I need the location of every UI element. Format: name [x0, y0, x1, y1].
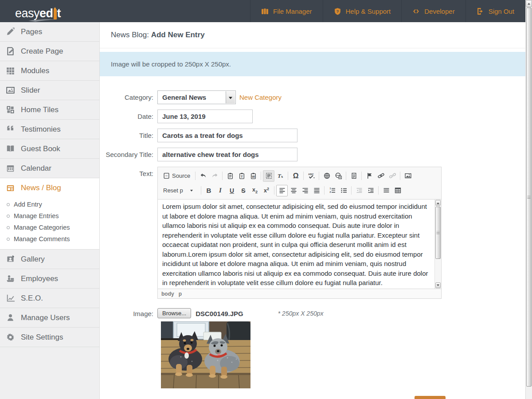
editor-scroll-up-button[interactable] [435, 200, 441, 206]
sidebar-item-slider[interactable]: Slider [0, 81, 99, 100]
dogs-photo [161, 321, 250, 388]
document-button[interactable] [348, 170, 360, 182]
sidebar-item-calendar[interactable]: Calendar [0, 159, 99, 178]
sidebar-item-site-settings[interactable]: Site Settings [0, 328, 99, 347]
scroll-up-button[interactable] [526, 0, 532, 7]
editor-scrollbar-thumb[interactable] [435, 207, 441, 259]
spellcheck-button[interactable]: ABC [305, 170, 317, 182]
bulleted-list-button[interactable] [338, 185, 349, 196]
image-filename: DSC00149.JPG [196, 307, 243, 321]
horizontal-rule-button[interactable] [380, 185, 392, 196]
sidebar-item-pages[interactable]: Pages [0, 22, 99, 42]
editor-content[interactable]: Lorem ipsum dolor sit amet, consectetur … [158, 200, 434, 289]
sidebar-item-home-tiles[interactable]: Home Tiles [0, 100, 99, 120]
paragraph-format-select[interactable]: Reset p [160, 185, 199, 196]
bold-button[interactable]: B [203, 185, 215, 196]
sidebar-item-news-blog[interactable]: News / Blog [0, 178, 99, 198]
toolbar-separator [319, 172, 319, 180]
page-scrollbar-thumb[interactable] [526, 8, 532, 387]
sidebar-item-label: Pages [21, 27, 42, 36]
bullet-circle-icon [7, 226, 10, 229]
nav-item-file-manager[interactable]: File Manager [250, 0, 323, 22]
pencil-icon [6, 27, 15, 36]
superscript-icon: x2 [264, 187, 269, 194]
date-input[interactable] [157, 110, 253, 123]
editor-scrollbar[interactable] [434, 200, 441, 289]
secondary-title-input[interactable] [157, 148, 297, 161]
link-button[interactable] [375, 170, 387, 182]
table-button[interactable] [392, 185, 403, 196]
nav-item-developer[interactable]: Developer [401, 0, 465, 22]
superscript-button[interactable]: x2 [261, 185, 272, 196]
special-char-icon: Ω [293, 172, 299, 180]
numbered-list-button[interactable]: 12 [326, 185, 338, 196]
browse-button[interactable]: Browse... [157, 308, 191, 318]
redo-icon [211, 172, 218, 179]
toolbar-separator [288, 172, 288, 180]
sidebar-subitem-manage-comments[interactable]: Manage Comments [0, 233, 99, 245]
sidebar-item-label: Create Page [21, 47, 63, 56]
anchor-flag-button[interactable] [364, 170, 375, 182]
select-dropdown-arrow-icon[interactable] [226, 91, 235, 103]
underline-button[interactable]: U [226, 185, 238, 196]
globe-button[interactable] [321, 170, 332, 182]
sidebar-subitem-add-entry[interactable]: Add Entry [0, 199, 99, 210]
sidebar-item-employees[interactable]: Employees [0, 269, 99, 289]
paste-button[interactable] [224, 170, 236, 182]
special-char-button[interactable]: Ω [290, 170, 301, 182]
element-path-body[interactable]: body [161, 291, 174, 297]
italic-icon: I [219, 187, 222, 194]
code-icon [412, 8, 420, 15]
rich-text-editor: ‹›SourceTWTxΩABC Reset pBIUSx2x212 Lorem… [157, 167, 442, 299]
indent-icon [368, 187, 374, 194]
user-icon [6, 313, 15, 322]
align-left-button[interactable] [276, 185, 288, 196]
category-select[interactable]: General News [157, 90, 236, 104]
sidebar-subitem-manage-entries[interactable]: Manage Entries [0, 210, 99, 222]
paste-word-icon: W [250, 172, 257, 179]
gallery-icon [6, 255, 15, 263]
toolbar-separator [261, 172, 261, 180]
date-label: Date: [100, 110, 157, 123]
sidebar-item-label: Calendar [21, 164, 51, 173]
sidebar-item-s-e-o[interactable]: S.E.O. [0, 289, 99, 308]
source-button[interactable]: ‹›Source [160, 170, 193, 182]
nav-item-help-support[interactable]: ?Help & Support [323, 0, 402, 22]
save-button[interactable] [415, 396, 446, 399]
sidebar-item-manage-users[interactable]: Manage Users [0, 308, 99, 328]
insert-image-button[interactable] [402, 170, 414, 182]
page-scrollbar[interactable] [525, 0, 532, 399]
align-center-button[interactable] [288, 185, 299, 196]
nav-item-sign-out[interactable]: Sign Out [466, 0, 525, 22]
indent-button[interactable] [365, 185, 376, 196]
source-icon: ‹› [163, 172, 170, 179]
strikethrough-button[interactable]: S [238, 185, 249, 196]
main-content: News Blog: Add New Entry Image will be c… [100, 22, 525, 388]
title-input[interactable] [157, 129, 297, 142]
editor-scroll-down-button[interactable] [435, 282, 441, 288]
align-justify-button[interactable] [311, 185, 322, 196]
remove-format-button[interactable]: Tx [274, 170, 286, 182]
element-path-p[interactable]: p [179, 291, 182, 297]
new-category-link[interactable]: New Category [239, 90, 282, 104]
sidebar-item-create-page[interactable]: Create Page [0, 42, 99, 61]
globe-document-button[interactable] [332, 170, 344, 182]
sidebar-item-modules[interactable]: Modules [0, 61, 99, 81]
paste-text-button[interactable]: T [236, 170, 247, 182]
sidebar-item-gallery[interactable]: Gallery [0, 250, 99, 269]
bullet-circle-icon [7, 238, 10, 241]
undo-button[interactable] [197, 170, 209, 182]
sidebar-item-label: Home Tiles [21, 106, 59, 114]
sidebar-item-guest-book[interactable]: Guest Book [0, 139, 99, 159]
toolbar-separator [201, 186, 201, 195]
paste-word-button[interactable]: W [247, 170, 259, 182]
sidebar-item-testimonies[interactable]: Testimonies [0, 120, 99, 139]
align-right-button[interactable] [299, 185, 311, 196]
sidebar-subitem-manage-categories[interactable]: Manage Categories [0, 222, 99, 233]
subscript-button[interactable]: x2 [249, 185, 261, 196]
svg-text:ABC: ABC [308, 173, 314, 176]
title-label: Title: [100, 129, 157, 142]
select-all-button[interactable] [263, 170, 274, 182]
globe-icon [324, 172, 330, 179]
italic-button[interactable]: I [215, 185, 226, 196]
